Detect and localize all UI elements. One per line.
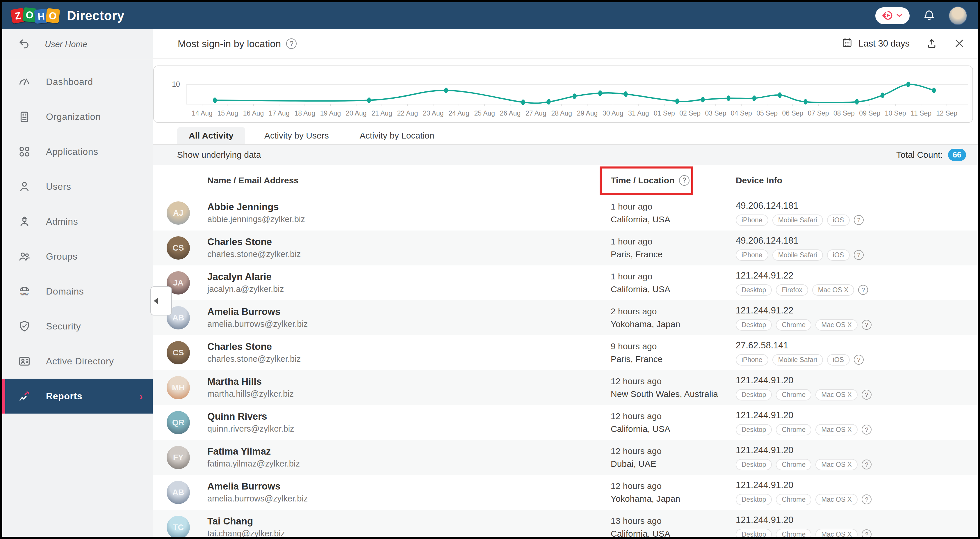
sidebar-item-user-home[interactable]: User Home	[2, 29, 153, 60]
signin-chart-card: 1014 Aug15 Aug16 Aug17 Aug18 Aug19 Aug20…	[153, 65, 973, 123]
table-row[interactable]: AB Amelia Burrows amelia.burrows@zylker.…	[153, 475, 978, 510]
sidebar-item-label: Groups	[46, 251, 78, 262]
svg-text:31 Aug: 31 Aug	[628, 109, 649, 117]
column-header-device-info[interactable]: Device Info	[736, 175, 978, 185]
export-button[interactable]	[926, 38, 937, 50]
signin-time: 1 hour ago	[611, 202, 736, 212]
signin-location: Paris, France	[611, 249, 736, 259]
device-chips: DesktopChromeMac OS X?	[736, 319, 978, 331]
help-icon[interactable]: ?	[862, 494, 872, 504]
user-name: Tai Chang	[207, 516, 285, 526]
device-chip: Mac OS X	[815, 319, 858, 331]
table-row[interactable]: CS Charles Stone charles.stone@zylker.bi…	[153, 335, 978, 370]
table-row[interactable]: TC Tai Chang tai.chang@zylker.biz 13 hou…	[153, 510, 978, 537]
table-row[interactable]: CS Charles Stone charles.stone@zylker.bi…	[153, 231, 978, 265]
signin-location: California, USA	[611, 284, 736, 294]
close-panel-button[interactable]	[954, 38, 965, 50]
table-row[interactable]: FY Fatima Yilmaz fatima.yilmaz@zylker.bi…	[153, 440, 978, 475]
help-icon[interactable]: ?	[862, 425, 872, 435]
signin-time: 13 hours ago	[611, 516, 736, 526]
sidebar-item-applications[interactable]: Applications	[2, 134, 153, 169]
help-icon[interactable]: ?	[862, 529, 872, 537]
signin-time: 9 hours ago	[611, 341, 736, 351]
device-info-cell: 121.244.91.20 DesktopChromeMac OS X?	[736, 375, 978, 400]
help-icon[interactable]: ?	[862, 390, 872, 400]
device-chip: Desktop	[736, 284, 772, 296]
ip-address: 121.244.91.20	[736, 515, 978, 525]
sidebar-item-security[interactable]: Security	[2, 309, 153, 344]
user-email: charles.stone@zylker.biz	[207, 249, 301, 259]
notifications-button[interactable]	[923, 9, 936, 22]
help-icon[interactable]: ?	[854, 215, 864, 225]
ip-address: 121.244.91.20	[736, 410, 978, 421]
tab-activity-by-users[interactable]: Activity by Users	[253, 127, 340, 144]
zoho-directory-logo[interactable]: ZOHO Directory	[13, 8, 124, 23]
table-row[interactable]: AJ Abbie Jennings abbie.jennings@zylker.…	[153, 196, 978, 231]
device-chip: iPhone	[736, 249, 768, 261]
topbar: ZOHO Directory	[2, 2, 978, 29]
sidebar-item-admins[interactable]: Admins	[2, 204, 153, 239]
device-chip: Mac OS X	[815, 389, 858, 400]
date-range-label: Last 30 days	[858, 38, 910, 49]
sidebar-item-groups[interactable]: Groups	[2, 239, 153, 274]
sidebar-item-label: Dashboard	[46, 77, 93, 87]
sidebar-item-active-directory[interactable]: Active Directory	[2, 344, 153, 379]
sidebar-item-dashboard[interactable]: Dashboard	[2, 64, 153, 99]
help-icon[interactable]: ?	[858, 285, 868, 295]
users-icon	[18, 180, 32, 193]
activity-tabs: All ActivityActivity by UsersActivity by…	[153, 126, 978, 145]
table-row[interactable]: AB Amelia Burrows amelia.burrows@zylker.…	[153, 300, 978, 335]
sidebar-collapse-handle[interactable]	[150, 286, 172, 316]
help-icon[interactable]: ?	[854, 250, 864, 260]
device-info-cell: 121.244.91.20 DesktopChromeMac OS X?	[736, 515, 978, 537]
help-icon[interactable]: ?	[286, 38, 297, 49]
help-icon[interactable]: ?	[854, 355, 864, 365]
total-count-label: Total Count:	[896, 150, 943, 160]
svg-text:01 Sep: 01 Sep	[654, 109, 675, 117]
avatar: CS	[167, 341, 190, 364]
device-chips: DesktopChromeMac OS X?	[736, 424, 978, 435]
signin-line-chart[interactable]: 1014 Aug15 Aug16 Aug17 Aug18 Aug19 Aug20…	[154, 66, 973, 122]
device-chip: Mac OS X	[815, 424, 858, 435]
device-chip: Chrome	[776, 494, 811, 505]
help-icon[interactable]: ?	[862, 459, 872, 469]
tab-activity-by-location[interactable]: Activity by Location	[348, 127, 446, 144]
table-row[interactable]: JA Jacalyn Alarie jacalyn.a@zylker.biz 1…	[153, 265, 978, 300]
calendar-icon	[842, 37, 853, 50]
page-title: Most sign-in by location ?	[178, 38, 297, 49]
sidebar-item-reports[interactable]: Reports ›	[2, 379, 153, 413]
user-name: Martha Hills	[207, 376, 294, 386]
tab-all-activity[interactable]: All Activity	[177, 127, 245, 144]
show-underlying-data-link[interactable]: Show underlying data	[177, 150, 261, 160]
help-icon[interactable]: ?	[862, 320, 872, 330]
device-chip: Desktop	[736, 319, 772, 331]
date-range-picker[interactable]: Last 30 days	[842, 37, 910, 50]
name-email-cell: TC Tai Chang tai.chang@zylker.biz	[153, 516, 611, 537]
signin-time: 2 hours ago	[611, 306, 736, 316]
device-chip: Desktop	[736, 389, 772, 400]
name-email-cell: JA Jacalyn Alarie jacalyn.a@zylker.biz	[153, 271, 611, 295]
dashboard-icon	[18, 75, 32, 89]
sidebar-item-label: Reports	[46, 391, 82, 402]
ip-address: 121.244.91.20	[736, 445, 978, 456]
user-avatar[interactable]	[948, 6, 967, 25]
sidebar-item-domains[interactable]: www Domains	[2, 274, 153, 309]
table-row[interactable]: QR Quinn Rivers quinn.rivers@zylker.biz …	[153, 405, 978, 440]
demo-tour-button[interactable]	[875, 7, 910, 24]
svg-text:12 Sep: 12 Sep	[936, 109, 957, 117]
svg-text:23 Aug: 23 Aug	[423, 109, 444, 117]
time-location-cell: 1 hour ago California, USA	[611, 202, 736, 224]
column-header-name-email[interactable]: Name / Email Address	[153, 175, 611, 185]
device-chip: Chrome	[776, 319, 811, 331]
sidebar-item-organization[interactable]: Organization	[2, 99, 153, 134]
column-header-time-location[interactable]: Time / Location ?	[611, 175, 736, 186]
table-row[interactable]: MH Martha Hills martha.hills@zylker.biz …	[153, 370, 978, 405]
signin-location: Yokohama, Japan	[611, 494, 736, 504]
device-chip: Desktop	[736, 529, 772, 537]
signin-time: 12 hours ago	[611, 411, 736, 421]
svg-text:30 Aug: 30 Aug	[603, 109, 624, 117]
ip-address: 121.244.91.20	[736, 375, 978, 386]
help-icon[interactable]: ?	[679, 175, 689, 186]
svg-text:14 Aug: 14 Aug	[192, 109, 213, 117]
sidebar-item-users[interactable]: Users	[2, 169, 153, 204]
